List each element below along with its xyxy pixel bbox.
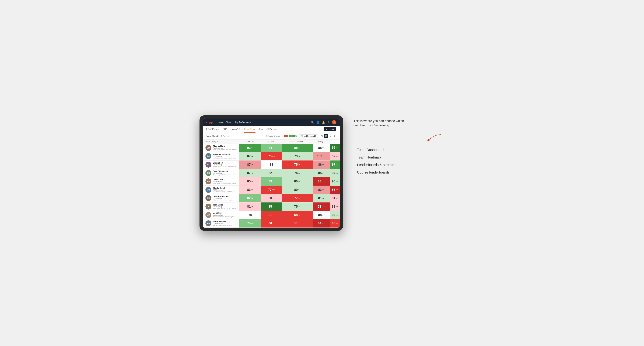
player-cell[interactable]: EEElliot Ebert1-5 HandicapSunningdale Go… [203, 161, 239, 169]
stat-change: 3▼ [298, 197, 300, 199]
player-cell[interactable]: JCJosh Coles1-5 HandicapRoyal North Devo… [203, 202, 239, 211]
label-team-heatmap[interactable]: Team Heatmap [357, 154, 444, 161]
stat-cell-quality: 75 [239, 211, 262, 219]
stat-value: 93 [247, 146, 250, 150]
player-handicap: Plus Handicap [213, 181, 237, 182]
view-export-icon[interactable]: ↧ [332, 134, 336, 138]
player-cell[interactable]: BMBlair McHargPlus HandicapRoyal North D… [203, 144, 239, 152]
stat-value: 74 [294, 171, 298, 175]
stat-change: 3▼ [251, 181, 253, 182]
player-cell[interactable]: ANAaron Nicholls11-15 HandicapDrift Golf… [203, 219, 239, 227]
stat-change: 9▲ [298, 156, 300, 157]
stat-value: 83 [318, 188, 322, 192]
stat-value: 87 [247, 163, 250, 167]
stat-change: 6▼ [322, 189, 324, 191]
col-header-around[interactable]: Around the Green — [282, 140, 313, 144]
sub-nav-tour[interactable]: Tour [259, 126, 263, 133]
stat-change: 9▲ [251, 147, 253, 149]
sub-nav-hcaps[interactable]: Hcaps 1-5 [231, 126, 240, 133]
player-club: Royal North Devon Golf Club, United King… [213, 149, 237, 151]
settings-icon[interactable]: ⚙ [328, 121, 330, 124]
col-header-player[interactable]: Player Quality ▼ [203, 140, 239, 144]
stat-value: 85 [318, 171, 322, 175]
notification-icon[interactable]: 🔔 [322, 121, 325, 124]
stat-cell-putting: 963▲ [330, 177, 340, 185]
edit-icon[interactable]: ✏ [230, 135, 232, 137]
player-cell[interactable]: CQCharlie Quick✓6-10 HandicapSt. George'… [203, 185, 239, 194]
table-row: DBDave Billingham1-5 HandicapGog Magog G… [203, 169, 340, 177]
player-cell[interactable]: ECEdward Crossman1-5 HandicapSunningdale… [203, 152, 239, 161]
player-cell[interactable]: DFDavid Ford✓Plus HandicapRoyal North De… [203, 177, 239, 185]
stat-change: 4▼ [336, 223, 338, 224]
stat-value: 97 [332, 163, 335, 167]
stat-change: 6▲ [272, 147, 274, 149]
stat-value: 81 [318, 196, 322, 200]
player-cell[interactable]: CRChris Robertson✓1-5 HandicapCraigmilla… [203, 194, 239, 202]
stat-cell-approach: 752▲ [282, 202, 313, 211]
stat-cell-tee: 846▲ [261, 144, 282, 152]
avatar[interactable]: U [332, 120, 336, 124]
stat-cell-around: 814▲ [313, 194, 330, 202]
ipad-frame: clippd Home Teams My Performance 🔍 👤 🔔 ⚙… [200, 115, 343, 231]
stat-value: 95 [332, 146, 335, 150]
player-cell[interactable]: DBDave Billingham1-5 HandicapGog Magog G… [203, 169, 239, 177]
col-header-approach[interactable]: Approach — [261, 140, 282, 144]
search-icon[interactable]: 🔍 [311, 121, 314, 124]
trend-block-green-4 [292, 135, 293, 137]
sub-nav-pga[interactable]: PGA [223, 126, 227, 133]
stat-change: 3▲ [298, 181, 300, 182]
col-header-putting[interactable]: Putting — [313, 140, 330, 144]
player-name: Edward Crossman [213, 154, 237, 156]
player-avatar: CR [206, 195, 212, 201]
stat-value: 88 [318, 146, 322, 150]
stat-value: 95 [268, 205, 272, 208]
label-team-dashboard[interactable]: Team Dashboard [357, 147, 444, 153]
profile-icon[interactable]: 👤 [316, 121, 320, 124]
stat-change: 8▲ [298, 147, 300, 149]
stat-change: 1▲ [298, 189, 300, 191]
label-leaderboards[interactable]: Leaderboards & streaks [357, 162, 444, 168]
view-list-icon[interactable]: ≡ [328, 134, 332, 138]
sub-nav-pgat[interactable]: PGAT Players [206, 126, 219, 133]
stat-cell-putting: 892▼ [330, 202, 340, 211]
sub-nav-all-players[interactable]: All Players [266, 126, 276, 133]
view-heatmap-icon[interactable]: ▦ [324, 134, 328, 138]
player-avatar: EC [206, 153, 212, 159]
stat-cell-putting: 943▲ [330, 211, 340, 219]
stat-cell-around: 853▼ [313, 169, 330, 177]
trend-block-green-5 [293, 135, 295, 137]
player-club: Woburn Golf Club, United Kingdom [213, 216, 237, 218]
view-grid-icon[interactable]: ⊞ [320, 134, 324, 138]
stat-value: 86 [332, 188, 335, 192]
last-rounds-button[interactable]: 📋 Last Rounds: 20 [299, 134, 318, 138]
stat-value: 75 [248, 213, 252, 217]
arrow-svg [424, 133, 444, 143]
trend-blocks [284, 135, 295, 137]
stat-cell-putting: 975▲ [330, 161, 340, 169]
player-name: Aaron Nicholls [213, 220, 237, 223]
stat-cell-quality: 748▲ [239, 219, 262, 227]
stat-value: 58 [294, 222, 297, 225]
player-avatar: EE [206, 162, 212, 168]
player-cell[interactable]: MMMatt Miller6-10 HandicapWoburn Golf Cl… [203, 211, 239, 219]
player-club: Royal North Devon Golf Club, United King… [213, 208, 237, 209]
stat-change: 2▼ [322, 214, 324, 216]
col-header-tee[interactable]: Off the Tee — [239, 140, 262, 144]
nav-home[interactable]: Home [218, 120, 224, 124]
nav-teams[interactable]: Teams [226, 120, 232, 124]
sub-nav-team-clippd[interactable]: Team Clippd [244, 126, 256, 133]
label-course-leaderboards[interactable]: Course leaderboards [357, 169, 444, 175]
stat-value: 75 [294, 163, 298, 167]
player-name: Matt Miller [213, 212, 237, 214]
stat-value: 74 [247, 222, 250, 225]
player-handicap: 1-5 Handicap [213, 206, 237, 208]
stat-cell-tee: 88 [261, 161, 282, 169]
add-team-button[interactable]: Add Team [324, 127, 336, 131]
stat-value: 60 [268, 196, 272, 200]
nav-my-performance[interactable]: My Performance [235, 120, 251, 124]
trend-block-red-1 [284, 135, 285, 137]
team-title: Team Clippd | 14 Players [206, 135, 230, 137]
stat-value: 103 [317, 155, 322, 158]
stat-value: 92 [332, 155, 335, 158]
player-avatar: MM [206, 212, 212, 218]
